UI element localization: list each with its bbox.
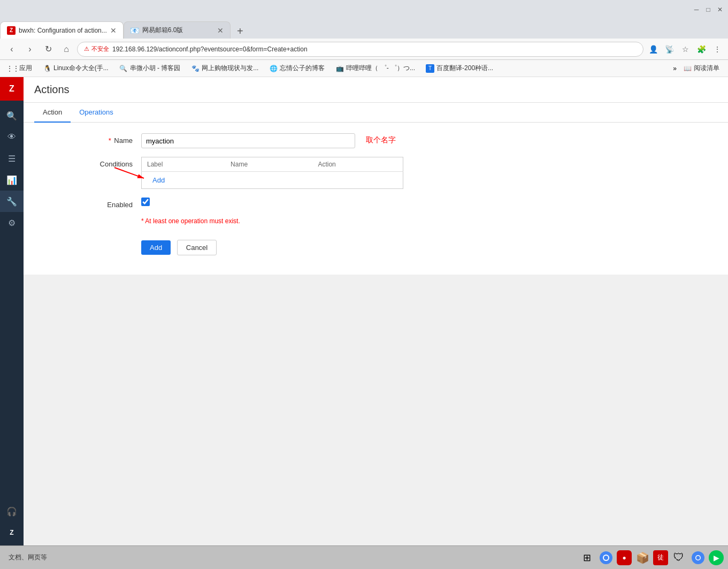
bookmark-translate[interactable]: T 百度翻译-200种语... [422,63,497,74]
translate-icon: T [426,64,434,73]
apps-grid-icon: ⋮⋮ [9,64,17,73]
sidebar-item-zabbix[interactable]: Z [0,522,24,543]
svg-point-7 [696,556,700,559]
tab-1-title: bwxh: Configuration of action... [19,27,107,34]
back-button[interactable]: ‹ [4,42,19,57]
address-input[interactable]: ⚠ 不安全 192.168.96.129/actionconf.php?even… [77,42,643,57]
address-icons: 👤 📡 ☆ 🧩 ⋮ [647,43,724,56]
home-button[interactable]: ⌂ [59,42,74,57]
refresh-button[interactable]: ↻ [41,42,56,57]
extensions-icon[interactable]: 🧩 [695,43,708,56]
bookmark-bilibili[interactable]: 📺 哔哩哔哩（ ゜- ゜）つ... [331,63,419,74]
bookmark-apps[interactable]: ⋮⋮ 应用 [4,63,36,74]
globe-icon: 🌐 [269,64,278,73]
page-header: Actions [24,77,728,103]
bookmark-linux[interactable]: 🐧 Linux命令大全(手... [39,63,113,74]
bookmark-shopping[interactable]: 🐾 网上购物现状与发... [187,63,263,74]
tab-1-close[interactable]: ✕ [110,26,117,35]
content-area: Actions Action Operations * Name 取个 [24,77,728,569]
add-button[interactable]: Add [141,240,171,255]
reading-list-icon: 📖 [683,64,692,73]
sidebar-item-administration[interactable]: ⚙ [0,212,24,233]
taskbar-play-icon[interactable]: ▶ [709,550,724,565]
tab-navigation: Action Operations [24,103,728,123]
close-button[interactable]: ✕ [716,6,724,13]
taskbar-box-icon[interactable]: 📦 [634,549,651,566]
browser-tab-2[interactable]: 📧 网易邮箱6.0版 ✕ [124,21,231,39]
sidebar-item-support[interactable]: 🎧 [0,500,24,522]
conditions-add-row: Add [142,172,403,189]
svg-point-4 [604,556,608,560]
sidebar-item-configuration[interactable]: 🔧 [0,191,24,212]
new-tab-button[interactable]: + [233,24,248,39]
tab-action[interactable]: Action [34,103,71,123]
enabled-content [141,198,707,208]
conditions-add-link[interactable]: Add [147,174,397,186]
taskbar-grid-icon[interactable]: ⊞ [578,549,595,566]
title-bar-right: ─ □ ✕ [693,6,724,13]
cast-icon[interactable]: 📡 [663,43,676,56]
more-icon[interactable]: ⋮ [711,43,724,56]
sidebar-item-reports[interactable]: 📊 [0,169,24,191]
conditions-content: Label Name Action Add [141,157,707,189]
tab-1-favicon: Z [7,26,16,35]
browser-window: ─ □ ✕ Z bwxh: Configuration of action...… [0,0,728,77]
tab-2-close[interactable]: ✕ [217,26,224,35]
title-bar: ─ □ ✕ [0,0,728,19]
minimize-button[interactable]: ─ [693,6,700,13]
col-label: Label [142,157,226,172]
enabled-row: Enabled [45,198,707,209]
enabled-checkbox[interactable] [141,198,150,206]
sidebar-item-search[interactable]: 🔍 [0,105,24,126]
taskbar-start[interactable]: 文档、网页等 [4,548,51,567]
tab-2-title: 网易邮箱6.0版 [142,26,183,35]
name-content: 取个名字 [141,133,707,148]
cancel-button[interactable]: Cancel [177,240,217,255]
name-input[interactable] [141,133,355,148]
taskbar-shield-icon[interactable]: 🛡 [670,549,687,566]
taskbar-text-icon[interactable]: 徒 [653,550,668,565]
conditions-header-row: Label Name Action [142,157,403,172]
bilibili-icon: 📺 [335,64,344,73]
col-action: Action [312,157,403,172]
maximize-button[interactable]: □ [704,6,712,13]
bookmark-blog[interactable]: 🌐 忘情公子的博客 [265,63,329,74]
taskbar-red-icon[interactable]: ● [617,550,632,565]
validation-content: At least one operation must exist. [141,217,707,231]
name-row: * Name 取个名字 [45,133,707,148]
col-name: Name [225,157,312,172]
sidebar-nav: 🔍 👁 ☰ 📊 🔧 ⚙ [0,101,24,500]
sidebar-item-inventory[interactable]: ☰ [0,148,24,169]
browser-tab-1[interactable]: Z bwxh: Configuration of action... ✕ [0,21,124,39]
more-bookmarks[interactable]: » [673,65,677,72]
paw-icon: 🐾 [191,64,200,73]
buttons-content: Add Cancel [141,240,707,255]
zabbix-sidebar: Z 🔍 👁 ☰ 📊 🔧 ⚙ 🎧 Z ? [0,77,24,569]
linux-icon: 🐧 [43,64,51,73]
tab-operations[interactable]: Operations [71,103,122,123]
taskbar-start-label: 文档、网页等 [9,553,47,562]
address-bar: ‹ › ↻ ⌂ ⚠ 不安全 192.168.96.129/actionconf.… [0,39,728,60]
profile-icon[interactable]: 👤 [647,43,660,56]
buttons-row: Add Cancel [45,240,707,255]
bookmark-icon[interactable]: ☆ [679,43,692,56]
bookmarks-bar: ⋮⋮ 应用 🐧 Linux命令大全(手... 🔍 串微小胡 - 博客园 🐾 网上… [0,60,728,77]
action-form: * Name 取个名字 [24,123,728,275]
sidebar-item-monitoring[interactable]: 👁 [0,126,24,148]
security-warning-icon: ⚠ [84,45,89,52]
conditions-add-cell: Add [142,172,403,189]
name-label: * Name [45,133,141,145]
zabbix-logo[interactable]: Z [0,77,24,101]
bookmark-reading-list[interactable]: 📖 阅读清单 [679,63,724,74]
taskbar: 文档、网页等 ⊞ ● 📦 徒 🛡 ▶ [0,545,728,569]
taskbar-chrome-icon[interactable] [597,549,615,566]
tab-bar: Z bwxh: Configuration of action... ✕ 📧 网… [0,19,728,39]
enabled-label: Enabled [45,198,141,209]
bookmark-cnblogs[interactable]: 🔍 串微小胡 - 博客园 [115,63,185,74]
forward-button[interactable]: › [22,42,37,57]
search-icon: 🔍 [119,64,128,73]
app-layout: Z 🔍 👁 ☰ 📊 🔧 ⚙ 🎧 Z ? Actions Action Opera… [0,77,728,569]
taskbar-chrome2-icon[interactable] [689,549,707,566]
conditions-table: Label Name Action Add [141,157,403,189]
name-annotation: 取个名字 [366,135,396,145]
